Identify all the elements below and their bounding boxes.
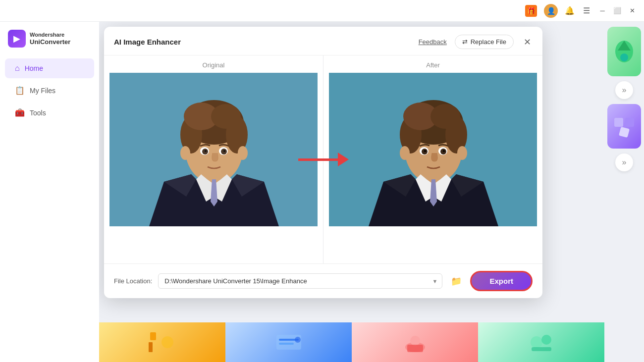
- expand-button-top[interactable]: »: [615, 81, 633, 99]
- svg-point-33: [180, 146, 190, 160]
- after-label: After: [323, 55, 542, 73]
- feedback-link[interactable]: Feedback: [419, 38, 447, 46]
- replace-file-icon: ⇄: [462, 38, 468, 46]
- gift-icon[interactable]: 🎁: [525, 5, 537, 17]
- svg-rect-6: [150, 332, 156, 340]
- promo-card-top: [607, 27, 641, 76]
- svg-rect-11: [279, 343, 294, 345]
- folder-browse-button[interactable]: 📁: [448, 273, 464, 289]
- after-panel: After: [323, 55, 542, 263]
- dialog-header-right: Feedback ⇄ Replace File ✕: [419, 35, 533, 49]
- titlebar-icons: 🎁 👤 🔔 ☰ ─ ⬜ ✕: [525, 4, 636, 18]
- svg-point-34: [238, 146, 248, 160]
- maximize-button[interactable]: ⬜: [613, 7, 621, 15]
- svg-rect-4: [625, 118, 634, 127]
- svg-point-17: [541, 335, 551, 345]
- dialog-footer: File Location: D:\Wondershare UniConvert…: [104, 263, 542, 298]
- bottom-promo-bar: [99, 322, 604, 362]
- brand-sub: UniConverter: [30, 38, 70, 46]
- file-location-select-wrapper: D:\Wondershare UniConverter 15\Image Enh…: [158, 273, 442, 289]
- user-icon[interactable]: 👤: [544, 4, 558, 18]
- app-logo-icon: ▶: [8, 30, 26, 48]
- sidebar-item-tools[interactable]: 🧰 Tools: [5, 103, 94, 123]
- replace-file-label: Replace File: [471, 38, 506, 46]
- promo-thumb-3[interactable]: [352, 322, 478, 362]
- svg-rect-8: [149, 342, 153, 352]
- brand-main: Wondershare: [30, 32, 70, 38]
- after-photo-container: [323, 73, 542, 263]
- svg-point-7: [161, 336, 173, 348]
- sidebar: ▶ Wondershare UniConverter ⌂ Home 📋 My F…: [0, 0, 99, 362]
- svg-point-42: [430, 104, 460, 129]
- svg-rect-15: [407, 345, 423, 352]
- replace-file-button[interactable]: ⇄ Replace File: [455, 35, 514, 49]
- svg-point-32: [223, 150, 225, 152]
- svg-point-14: [410, 336, 420, 346]
- svg-point-26: [211, 104, 241, 129]
- svg-point-31: [205, 150, 207, 152]
- file-location-select[interactable]: D:\Wondershare UniConverter 15\Image Enh…: [158, 273, 442, 289]
- svg-point-16: [531, 336, 542, 348]
- close-window-button[interactable]: ✕: [628, 7, 636, 15]
- dialog-header: AI Image Enhancer Feedback ⇄ Replace Fil…: [104, 27, 542, 55]
- tools-label: Tools: [30, 109, 46, 117]
- home-icon: ⌂: [15, 64, 20, 73]
- expand-button-bottom[interactable]: »: [615, 154, 633, 171]
- menu-icon[interactable]: ☰: [582, 6, 591, 16]
- sidebar-item-home[interactable]: ⌂ Home: [5, 58, 94, 78]
- main-content: » »: [99, 22, 644, 362]
- promo-card-bottom: [607, 104, 641, 149]
- right-panel: » »: [604, 22, 644, 362]
- after-photo: [323, 73, 542, 226]
- svg-point-50: [457, 146, 467, 160]
- myfiles-icon: 📋: [15, 86, 25, 95]
- minimize-button[interactable]: ─: [598, 7, 606, 15]
- original-photo-container: [104, 73, 323, 263]
- ai-image-enhancer-dialog: AI Image Enhancer Feedback ⇄ Replace Fil…: [104, 27, 542, 298]
- dialog-close-button[interactable]: ✕: [522, 37, 533, 48]
- svg-point-12: [295, 337, 301, 343]
- svg-point-2: [620, 53, 628, 61]
- svg-point-49: [400, 146, 410, 160]
- home-label: Home: [25, 64, 43, 72]
- sidebar-item-myfiles[interactable]: 📋 My Files: [5, 80, 94, 101]
- dialog-title: AI Image Enhancer: [114, 38, 181, 46]
- original-panel: Original: [104, 55, 323, 263]
- bell-icon[interactable]: 🔔: [565, 6, 575, 16]
- tools-icon: 🧰: [15, 108, 25, 117]
- svg-rect-3: [614, 118, 623, 127]
- comparison-area: Original: [104, 55, 542, 263]
- promo-thumb-4[interactable]: [478, 322, 604, 362]
- promo-thumb-1[interactable]: [99, 322, 225, 362]
- promo-thumb-2[interactable]: [225, 322, 352, 362]
- svg-point-47: [424, 150, 426, 152]
- title-bar: 🎁 👤 🔔 ☰ ─ ⬜ ✕: [0, 0, 644, 22]
- file-location-label: File Location:: [114, 277, 152, 285]
- original-photo: [104, 73, 323, 226]
- svg-rect-18: [532, 347, 551, 351]
- svg-rect-5: [619, 126, 630, 137]
- svg-point-48: [443, 150, 445, 152]
- myfiles-label: My Files: [30, 87, 55, 95]
- export-button[interactable]: Export: [470, 271, 533, 291]
- original-label: Original: [104, 55, 323, 73]
- logo-area: ▶ Wondershare UniConverter: [0, 22, 99, 57]
- app-logo-text: Wondershare UniConverter: [30, 32, 70, 46]
